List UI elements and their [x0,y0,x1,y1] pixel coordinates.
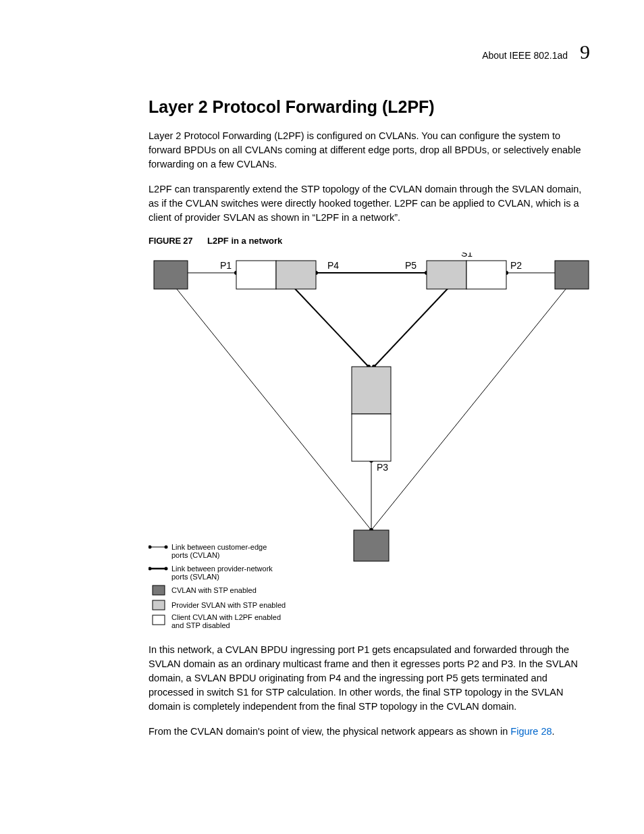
figure-label: FIGURE 27 [149,236,192,246]
paragraph-4b: . [552,726,555,737]
section-title: Layer 2 Protocol Forwarding (L2PF) [149,97,590,117]
breadcrumb: About IEEE 802.1ad [482,50,568,61]
paragraph-2: L2PF can transparently extend the STP to… [149,182,590,225]
figure-title: L2PF in a network [207,236,282,246]
svg-rect-30 [354,530,389,561]
legend-cvlan-box: CVLAN with STP enabled [171,586,257,594]
legend-client-box: Client CVLAN with L2PF enabled and STP d… [171,613,283,629]
svg-point-33 [165,546,168,549]
svg-rect-22 [154,261,188,289]
svg-rect-27 [555,261,589,289]
switch-s1: S1 [461,253,473,259]
port-p3: P3 [377,462,388,473]
port-p4: P4 [327,260,339,271]
port-p1: P1 [220,260,232,271]
svg-rect-37 [153,585,165,595]
legend-cvlan-link: Link between customer-edge ports (CVLAN) [171,543,269,559]
svg-rect-26 [466,261,506,289]
svg-rect-39 [153,615,165,625]
port-p5: P5 [405,260,417,271]
svg-rect-38 [153,600,165,610]
svg-line-2 [288,282,369,367]
legend-svlan-box: Provider SVLAN with STP enabled [171,601,286,609]
svg-line-1 [371,282,572,530]
paragraph-4a: From the CVLAN domain's point of view, t… [149,726,510,737]
svg-rect-23 [236,261,276,289]
svg-rect-24 [276,261,316,289]
figure-caption: FIGURE 27 L2PF in a network [149,236,590,246]
svg-line-3 [374,282,454,367]
svg-point-36 [165,567,168,571]
chapter-number: 9 [580,41,590,63]
svg-rect-25 [427,261,466,289]
figure-diagram: P1 P4 P5 P2 P3 S1 Link between customer-… [149,253,594,631]
figure-28-link[interactable]: Figure 28 [510,726,552,737]
port-p2: P2 [510,260,522,271]
svg-point-32 [149,546,152,549]
paragraph-4: From the CVLAN domain's point of view, t… [149,725,590,739]
paragraph-3: In this network, a CVLAN BPDU ingressing… [149,643,590,714]
svg-point-35 [149,567,152,571]
page: About IEEE 802.1ad 9 Layer 2 Protocol Fo… [0,0,644,777]
svg-rect-28 [352,367,391,414]
legend-svlan-link: Link between provider-network ports (SVL… [171,565,275,581]
page-header: About IEEE 802.1ad 9 [149,41,590,63]
paragraph-1: Layer 2 Protocol Forwarding (L2PF) is co… [149,129,590,172]
svg-rect-29 [352,414,391,461]
svg-line-0 [171,282,371,530]
